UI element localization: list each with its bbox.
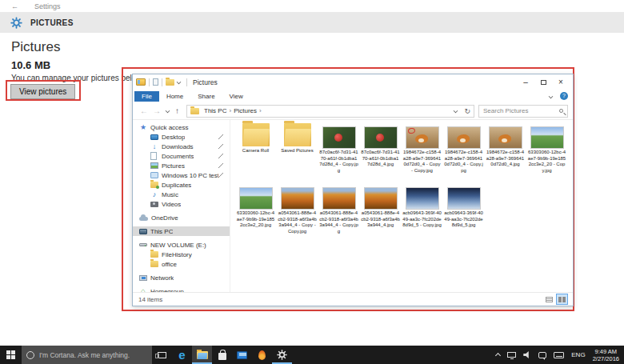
- file-name: acb09643-369f-4049-aa3c-7fc202de8d9d_5.j…: [444, 210, 483, 229]
- close-button[interactable]: ×: [552, 75, 570, 89]
- file-name: a0543061-888e-4cb2-9318-a6f3a4b3a944_4 -…: [319, 210, 358, 234]
- breadcrumb[interactable]: This PC›Pictures› ↻: [186, 105, 474, 118]
- file-name: 1984672e-c158-4a28-a9e7-3696410d72d0_4.j…: [486, 150, 525, 168]
- start-button[interactable]: [0, 346, 22, 364]
- sidebar-item-desktop[interactable]: Desktop: [133, 132, 230, 142]
- store-button[interactable]: [212, 346, 232, 364]
- folder-icon: [242, 123, 270, 146]
- recent-locations-icon[interactable]: [166, 109, 170, 114]
- sidebar-item-pictures[interactable]: Pictures: [133, 161, 230, 170]
- view-pictures-button[interactable]: View pictures: [10, 84, 75, 99]
- thumbnails-view-icon: [558, 297, 566, 302]
- ribbon-tab-view[interactable]: View: [222, 91, 250, 102]
- properties-icon[interactable]: [153, 78, 158, 86]
- explorer-titlebar[interactable]: Pictures – ×: [133, 74, 573, 90]
- cortana-search-box[interactable]: I'm Cortana. Ask me anything.: [22, 346, 152, 364]
- edge-button[interactable]: e: [172, 346, 192, 364]
- sidebar-item-homegroup[interactable]: ⌂Homegroup: [133, 286, 230, 292]
- file-item[interactable]: acb09643-369f-4049-aa3c-7fc202de8d9d_5.j…: [444, 182, 483, 242]
- back-icon[interactable]: ←: [140, 106, 148, 115]
- navigation-pane: ★Quick accessDesktop↓DownloadsDocumentsP…: [133, 120, 230, 292]
- sidebar-item-office[interactable]: office: [133, 259, 230, 269]
- sidebar-item-this-pc[interactable]: This PC: [133, 226, 230, 236]
- pin-icon: [218, 163, 223, 168]
- volume-icon[interactable]: [523, 351, 531, 358]
- ribbon-tab-home[interactable]: Home: [159, 91, 190, 102]
- network-icon[interactable]: [507, 352, 516, 358]
- page-title: Pictures: [11, 39, 60, 55]
- file-item[interactable]: 1984672e-c158-4a28-a9e7-3696410d72d0_4 -…: [444, 122, 483, 181]
- file-item[interactable]: a0543061-888e-4cb2-9318-a6f3a4b3a944_4.j…: [361, 182, 400, 242]
- sidebar-item-downloads[interactable]: ↓Downloads: [133, 142, 230, 151]
- monitor-app-button[interactable]: [232, 346, 252, 364]
- window-title: Pictures: [193, 78, 218, 86]
- sidebar-item-duplicates[interactable]: Duplicates: [133, 180, 230, 190]
- sidebar-item-filehistory[interactable]: FileHistory: [133, 250, 230, 259]
- sidebar-item-music[interactable]: ♪Music: [133, 190, 230, 199]
- file-item[interactable]: 87c0ac6f-7d31-4170-a61f-0b1dba17d28d_4.j…: [361, 122, 400, 181]
- sidebar-item-label: Downloads: [162, 143, 194, 150]
- keyboard-icon[interactable]: [554, 352, 564, 358]
- language-indicator[interactable]: ENG: [571, 351, 585, 358]
- quick-access-toolbar-dropdown-icon[interactable]: [177, 80, 182, 85]
- file-item[interactable]: a0543061-888e-4cb2-9318-a6f3a4b3a944_4 -…: [319, 182, 358, 242]
- network-icon: [139, 275, 147, 281]
- new-folder-icon[interactable]: [166, 79, 174, 86]
- address-bar: ← → ↑ This PC›Pictures› ↻ Search Picture…: [133, 102, 573, 120]
- minimize-button[interactable]: –: [517, 75, 534, 89]
- show-hidden-icons-chevron[interactable]: [495, 353, 501, 358]
- file-name: Saved Pictures: [278, 148, 317, 154]
- expand-ribbon-icon[interactable]: [549, 94, 554, 98]
- sidebar-item-label: OneDrive: [151, 214, 178, 222]
- sidebar-item-label: This PC: [150, 228, 173, 235]
- location-icon: [190, 108, 199, 114]
- help-icon[interactable]: ?: [560, 92, 568, 100]
- up-icon[interactable]: ↑: [175, 106, 179, 115]
- image-thumbnail: [406, 188, 438, 209]
- pin-icon: [218, 154, 223, 158]
- folder-item[interactable]: Saved Pictures: [278, 122, 317, 181]
- sidebar-item-onedrive[interactable]: OneDrive: [133, 213, 230, 222]
- file-item[interactable]: 1984672e-c158-4a28-a9e7-3696410d72d0_4 -…: [402, 122, 442, 181]
- divider: [162, 78, 162, 86]
- file-list: Camera RollSaved Pictures87c0ac6f-7d31-4…: [230, 120, 573, 292]
- forward-icon[interactable]: →: [153, 106, 161, 115]
- file-item[interactable]: 87c0ac6f-7d31-4170-a61f-0b1dba17d28d_4 -…: [319, 122, 358, 181]
- monitor-app-icon: [237, 351, 247, 359]
- maximize-button[interactable]: [534, 75, 552, 89]
- clock[interactable]: 9:49 AM 2/27/2016: [593, 348, 619, 362]
- breadcrumb-separator-icon: ›: [258, 107, 262, 114]
- refresh-icon[interactable]: ↻: [464, 107, 470, 115]
- file-item[interactable]: a0543061-888e-4cb2-9318-a6f3a4b3a944_4 -…: [278, 182, 317, 242]
- sidebar-item-windows-10-pc-test[interactable]: Windows 10 PC test: [133, 170, 230, 180]
- settings-button[interactable]: [272, 346, 292, 364]
- folder-item[interactable]: Camera Roll: [236, 122, 275, 181]
- file-explorer-button[interactable]: [192, 346, 212, 364]
- breadcrumb-item[interactable]: Pictures: [232, 107, 258, 114]
- action-center-icon[interactable]: [538, 352, 546, 358]
- file-name: 87c0ac6f-7d31-4170-a61f-0b1dba17d28d_4.j…: [361, 150, 400, 168]
- file-item[interactable]: 63303060-12bc-4ae7-9b9b-19e1852cc3e2_20 …: [527, 122, 566, 181]
- details-view-button[interactable]: [544, 294, 554, 304]
- search-icon[interactable]: [559, 109, 563, 113]
- sidebar-item-documents[interactable]: Documents: [133, 151, 230, 161]
- sidebar-item-new-volume-e[interactable]: NEW VOLUME (E:): [133, 240, 230, 250]
- thumbnails-view-button[interactable]: [557, 294, 567, 304]
- file-item[interactable]: acb09643-369f-4049-aa3c-7fc202de8d9d_5 -…: [402, 182, 442, 242]
- explorer-window-icon: [136, 78, 146, 86]
- search-input[interactable]: Search Pictures: [478, 105, 568, 118]
- folder-icon: [150, 261, 158, 267]
- breadcrumb-item[interactable]: This PC: [202, 107, 228, 114]
- sidebar-item-quick-access[interactable]: ★Quick access: [133, 122, 230, 132]
- sidebar-item-network[interactable]: Network: [133, 273, 230, 282]
- file-item[interactable]: 63303060-12bc-4ae7-9b9b-19e1852cc3e2_20.…: [236, 182, 275, 242]
- divider: [149, 78, 150, 86]
- sidebar-item-videos[interactable]: Videos: [133, 199, 230, 209]
- ribbon-tab-share[interactable]: Share: [190, 91, 222, 102]
- flame-app-button[interactable]: [252, 346, 272, 364]
- task-view-button[interactable]: [152, 346, 172, 364]
- ribbon-tab-file[interactable]: File: [134, 91, 159, 102]
- back-arrow-icon[interactable]: ←: [11, 2, 18, 10]
- file-item[interactable]: 1984672e-c158-4a28-a9e7-3696410d72d0_4.j…: [486, 122, 525, 181]
- address-dropdown-icon[interactable]: [454, 109, 458, 114]
